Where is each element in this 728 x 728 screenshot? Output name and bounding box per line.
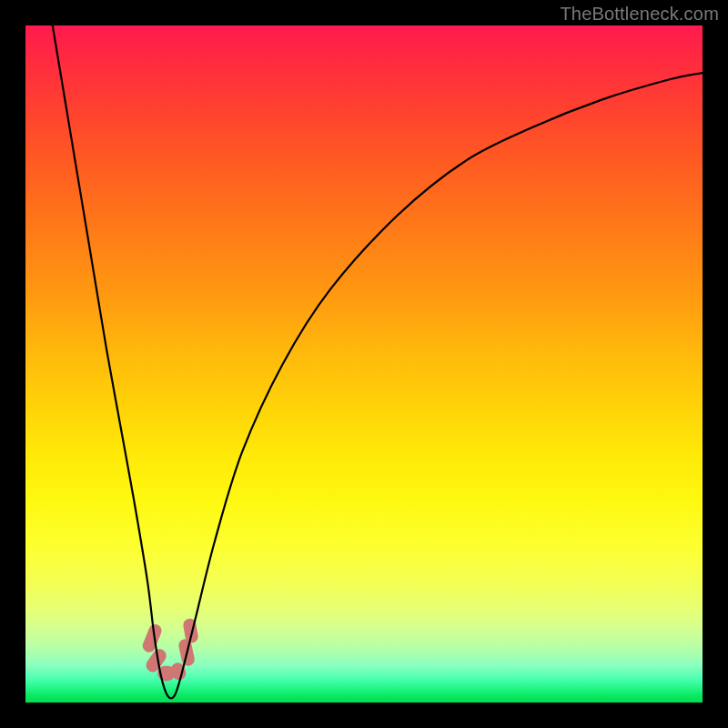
watermark-text: TheBottleneck.com	[560, 4, 719, 25]
chart-frame: TheBottleneck.com	[0, 0, 728, 728]
marker-layer	[141, 618, 199, 682]
chart-svg	[25, 25, 703, 703]
bottleneck-curve-path	[53, 25, 703, 698]
plot-area	[25, 25, 703, 703]
